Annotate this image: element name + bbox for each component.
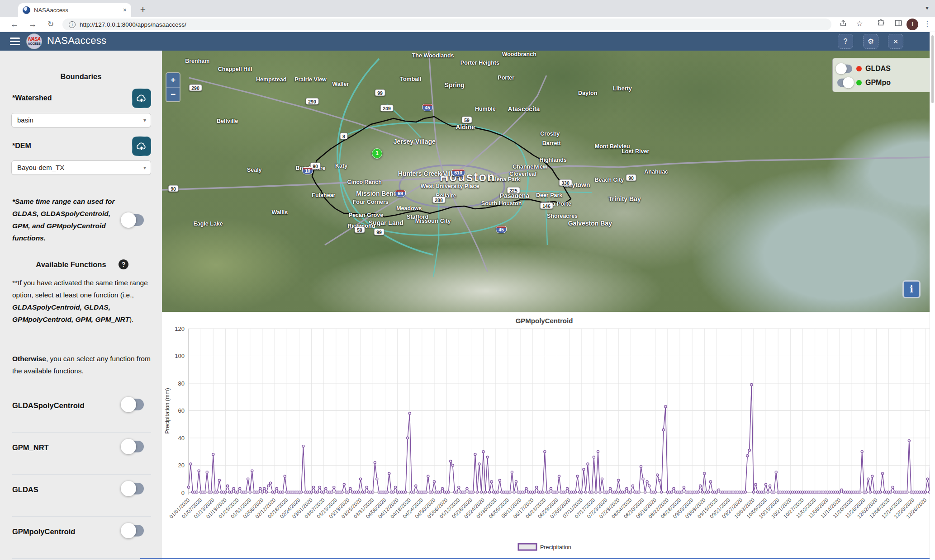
- map-label-wallis: Wallis: [272, 209, 288, 216]
- map-label-mission-bend: Mission Bend: [356, 190, 397, 197]
- time-range-note: *Same time range can used for GLDAS, GLD…: [12, 195, 121, 245]
- map-label-eagle-lake: Eagle Lake: [193, 221, 223, 227]
- browser-tab[interactable]: NASAaccess ×: [18, 3, 131, 17]
- chart-title: GPMpolyCentroid: [516, 317, 573, 325]
- map-label-lost-river: Lost River: [622, 148, 649, 155]
- road-shield-59: 59: [462, 117, 472, 123]
- time-range-toggle[interactable]: [123, 214, 144, 226]
- settings-gear-button[interactable]: ⚙: [863, 34, 878, 49]
- road-shield-288: 288: [432, 197, 446, 203]
- hamburger-menu-icon[interactable]: [10, 38, 20, 45]
- function-label: GPMpolyCentroid: [12, 527, 75, 536]
- functions-note: **If you have activated the same time ra…: [12, 277, 152, 326]
- zoom-in-button[interactable]: +: [166, 73, 180, 87]
- function-row-GPMpolyCentroid: GPMpolyCentroid: [0, 517, 162, 559]
- extensions-puzzle-icon[interactable]: [876, 19, 887, 30]
- map-label-pecan-grove: Pecan Grove: [349, 212, 383, 218]
- map-label-trinity-bay: Trinity Bay: [608, 195, 641, 202]
- map-label-humble: Humble: [475, 106, 496, 112]
- zoom-out-button[interactable]: −: [166, 87, 180, 101]
- function-label: GLDASpolyCentroid: [12, 401, 85, 410]
- dem-select-value: Bayou-dem_TX: [17, 164, 64, 171]
- legend-label: GPMpo: [865, 79, 891, 87]
- map-label-west-university-place: West University Place: [421, 183, 479, 189]
- map-label-beach-city: Beach City: [595, 177, 624, 183]
- back-button[interactable]: ←: [8, 18, 21, 31]
- svg-text:80: 80: [178, 380, 185, 387]
- road-shield-249: 249: [380, 105, 394, 112]
- nasa-access-logo: NASA ACCESS: [26, 33, 42, 49]
- layer-toggle-GLDAS[interactable]: [837, 64, 852, 73]
- map-label-bellville: Bellville: [217, 118, 238, 124]
- gpm-poly-centroid-chart[interactable]: 02040608010012001/01/202001/07/202001/13…: [162, 312, 932, 560]
- satellite-map[interactable]: BrenhamChappell HillHempsteadPrairie Vie…: [162, 51, 932, 312]
- sidebar: Boundaries *Watershed basin ▾ *DEM Bayou…: [0, 51, 162, 560]
- svg-text:0: 0: [181, 489, 185, 496]
- function-row-GLDAS: GLDAS: [0, 475, 162, 517]
- url-text[interactable]: http://127.0.0.1:8000/apps/nasaaccess/: [80, 21, 186, 28]
- watershed-select[interactable]: basin ▾: [11, 113, 151, 127]
- function-row-GPM_NRT: GPM_NRT: [0, 433, 162, 475]
- road-shield-610: 610: [451, 169, 465, 176]
- logo-text-nasa: NASA: [27, 36, 42, 42]
- page-info-icon[interactable]: i: [69, 21, 76, 28]
- map-label-jersey-village: Jersey Village: [394, 138, 436, 145]
- dem-select[interactable]: Bayou-dem_TX ▾: [11, 160, 151, 175]
- help-button[interactable]: ?: [838, 34, 853, 49]
- function-label: GPM_NRT: [12, 443, 49, 452]
- road-shield-45: 45: [496, 226, 507, 233]
- available-functions-heading: Available Functions: [0, 260, 152, 269]
- page-scrollbar-thumb[interactable]: [931, 35, 934, 103]
- forward-button[interactable]: →: [26, 18, 39, 31]
- map-label-spring: Spring: [445, 81, 465, 89]
- map-label-shoreacres: Shoreacres: [547, 213, 578, 219]
- bookmark-star-icon[interactable]: ☆: [854, 19, 865, 30]
- close-app-button[interactable]: ×: [888, 34, 903, 49]
- map-info-button[interactable]: i: [902, 280, 921, 298]
- map-legend-row-GLDAS: GLDAS: [837, 61, 932, 75]
- browser-menu-kebab-icon[interactable]: ⋮: [922, 19, 933, 30]
- app-title: NASAaccess: [47, 35, 106, 47]
- profile-avatar[interactable]: I: [907, 19, 918, 30]
- new-tab-button[interactable]: +: [137, 4, 149, 16]
- url-bar[interactable]: i http://127.0.0.1:8000/apps/nasaaccess/: [62, 19, 831, 30]
- chevron-down-icon: ▾: [143, 113, 146, 127]
- chart-legend: Precipitation: [518, 544, 571, 551]
- function-label: GLDAS: [12, 485, 38, 494]
- bottom-panel-edge: [140, 558, 932, 559]
- dem-upload-button[interactable]: [132, 136, 151, 156]
- svg-text:120: 120: [175, 325, 185, 332]
- watershed-select-value: basin: [17, 116, 33, 124]
- legend-dot: [856, 66, 862, 71]
- functions-help-badge[interactable]: ?: [119, 259, 128, 269]
- map-label-dayton: Dayton: [578, 90, 597, 96]
- map-label-meadows: Meadows: [396, 205, 422, 212]
- side-panel-icon[interactable]: [893, 19, 904, 30]
- watershed-upload-button[interactable]: [132, 89, 151, 108]
- tab-close-icon[interactable]: ×: [123, 7, 127, 13]
- GPMpolyCentroid-toggle[interactable]: [123, 525, 144, 536]
- share-icon[interactable]: [838, 19, 849, 30]
- favicon-icon: [23, 6, 30, 14]
- map-marker-1[interactable]: 1: [372, 148, 382, 159]
- GPM_NRT-toggle[interactable]: [123, 441, 144, 452]
- GLDASpolyCentroid-toggle[interactable]: [123, 399, 144, 410]
- svg-text:60: 60: [178, 407, 185, 414]
- layer-toggle-GPMpo[interactable]: [837, 78, 852, 87]
- GLDAS-toggle[interactable]: [123, 483, 144, 494]
- map-label-prairie-view: Prairie View: [294, 76, 327, 83]
- reload-button[interactable]: ↻: [44, 18, 57, 31]
- road-shield-290: 290: [306, 98, 319, 105]
- otherwise-note: Otherwise, you can select any function f…: [12, 353, 152, 377]
- divider: [12, 558, 151, 559]
- map-label-cinco-ranch: Cinco Ranch: [347, 179, 381, 185]
- map-label-the-woodlands: The Woodlands: [412, 52, 454, 59]
- app-header: NASA ACCESS NASAaccess ? ⚙ ×: [0, 32, 935, 51]
- map-label-porter: Porter: [498, 75, 514, 81]
- dem-label: *DEM: [12, 142, 31, 150]
- svg-text:40: 40: [178, 435, 185, 442]
- tab-search-chevron-icon[interactable]: ▾: [926, 4, 929, 11]
- logo-text-access: ACCESS: [27, 42, 42, 45]
- map-label-crosby: Crosby: [540, 131, 560, 137]
- page-scrollbar-track: [930, 32, 935, 560]
